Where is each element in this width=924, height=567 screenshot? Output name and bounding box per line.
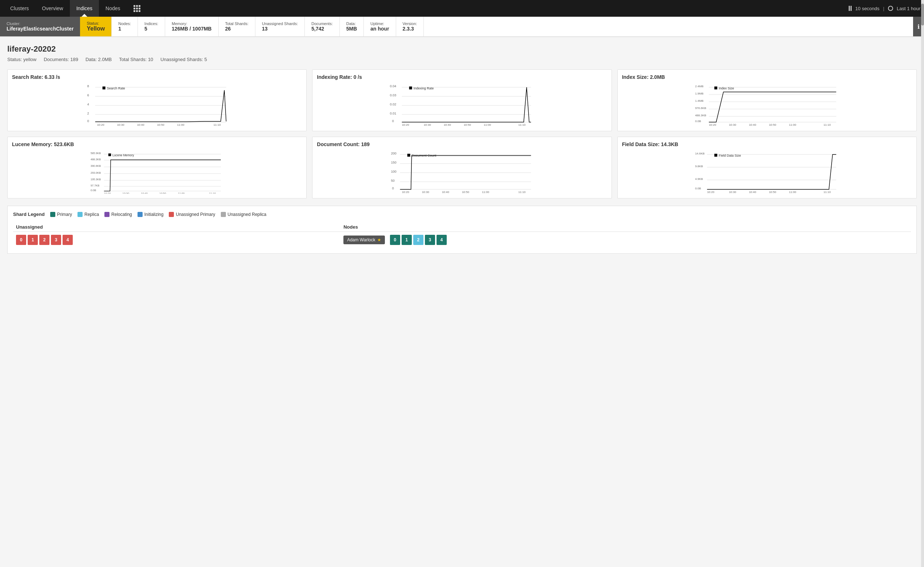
- col-nodes-header: Nodes: [340, 222, 911, 232]
- status-value: Yellow: [87, 26, 105, 32]
- svg-text:200: 200: [391, 152, 397, 155]
- svg-text:11:10: 11:10: [823, 123, 831, 126]
- svg-text:976.6KB: 976.6KB: [695, 106, 706, 110]
- svg-text:10:30: 10:30: [117, 123, 125, 126]
- nav-grid[interactable]: [127, 0, 147, 17]
- shard-box-primary-1[interactable]: 1: [402, 235, 412, 245]
- chart-indexing-rate-title: Indexing Rate: 0 /s: [317, 74, 607, 80]
- shard-box-unassigned-0[interactable]: 0: [16, 235, 26, 245]
- shard-box-unassigned-2[interactable]: 2: [39, 235, 50, 245]
- svg-text:4.9KB: 4.9KB: [695, 177, 703, 181]
- status-bar: Cluster: LiferayElasticsearchCluster Sta…: [0, 17, 924, 37]
- svg-text:2: 2: [87, 112, 89, 115]
- legend-unassigned-primary: Unassigned Primary: [169, 212, 215, 217]
- index-unassigned-shards: Unassigned Shards: 5: [160, 57, 207, 62]
- svg-text:10:40: 10:40: [141, 192, 147, 194]
- svg-text:150: 150: [391, 160, 397, 164]
- chart-lucene-memory-svg: 585.9KB 488.3KB 390.6KB 293.0KB 195.3KB …: [12, 150, 302, 194]
- legend-unassigned-replica: Unassigned Replica: [221, 212, 266, 217]
- memory-label: Memory:: [172, 21, 212, 26]
- svg-text:0.0B: 0.0B: [90, 189, 96, 192]
- nav-right: 10 seconds | Last 1 hour: [849, 6, 920, 11]
- total-shards-value: 26: [225, 26, 248, 32]
- chart-document-count: Document Count: 189 200 150 100 50 0 Doc…: [312, 136, 611, 198]
- grid-icon: [134, 5, 140, 12]
- svg-rect-88: [408, 154, 410, 157]
- shard-box-primary-4[interactable]: 4: [436, 235, 447, 245]
- svg-text:0.02: 0.02: [390, 102, 397, 106]
- svg-text:10:50: 10:50: [462, 190, 470, 194]
- status-item-documents: Documents: 5,742: [305, 17, 340, 36]
- svg-text:8: 8: [87, 84, 89, 88]
- cluster-name: LiferayElasticsearchCluster: [6, 26, 74, 32]
- chart-document-count-title: Document Count: 189: [317, 141, 607, 147]
- nav-clusters-label: Clusters: [10, 6, 29, 11]
- nav-indices[interactable]: Indices: [70, 0, 99, 17]
- status-label: Status:: [87, 21, 105, 26]
- chart-document-count-svg: 200 150 100 50 0 Document Count 10:20 10…: [317, 150, 607, 194]
- svg-rect-28: [409, 87, 412, 89]
- svg-text:0.0B: 0.0B: [695, 187, 701, 190]
- chart-lucene-memory: Lucene Memory: 523.6KB 585.9KB 488.3KB 3…: [7, 136, 307, 198]
- nodes-value: 1: [118, 26, 131, 32]
- svg-text:0: 0: [392, 119, 394, 123]
- nav-overview[interactable]: Overview: [35, 0, 69, 17]
- status-item-data: Data: 5MB: [340, 17, 364, 36]
- svg-text:10:30: 10:30: [728, 190, 736, 194]
- svg-rect-70: [108, 153, 111, 156]
- charts-grid: Search Rate: 6.33 /s 8 6 4 2 0 Search Ra…: [7, 69, 917, 198]
- documents-value: 5,742: [312, 26, 333, 32]
- shard-table: Unassigned Nodes 0 1 2 3 4: [13, 222, 911, 248]
- chart-field-data-size-svg: 14.6KB 9.8KB 4.9KB 0.0B Field Data Size …: [622, 150, 912, 194]
- svg-text:10:30: 10:30: [424, 123, 432, 126]
- svg-text:2.4MB: 2.4MB: [695, 85, 703, 88]
- svg-text:6: 6: [87, 93, 89, 97]
- shard-box-unassigned-1[interactable]: 1: [28, 235, 38, 245]
- svg-text:293.0KB: 293.0KB: [90, 171, 101, 174]
- svg-text:Field Data Size: Field Data Size: [718, 154, 740, 158]
- shard-box-primary-3[interactable]: 3: [425, 235, 435, 245]
- svg-rect-10: [102, 87, 105, 89]
- nav-nodes[interactable]: Nodes: [99, 0, 126, 17]
- svg-text:Indexing Rate: Indexing Rate: [414, 87, 434, 90]
- svg-text:11:00: 11:00: [484, 123, 492, 126]
- svg-rect-48: [714, 87, 717, 89]
- status-item-nodes: Nodes: 1: [112, 17, 138, 36]
- svg-text:Lucene Memory: Lucene Memory: [113, 153, 134, 157]
- svg-text:0.03: 0.03: [390, 93, 397, 97]
- svg-text:10:20: 10:20: [104, 192, 111, 194]
- svg-text:195.3KB: 195.3KB: [90, 178, 101, 181]
- uptime-label: Uptime:: [370, 21, 389, 26]
- legend-replica: Replica: [77, 212, 99, 217]
- status-item-version: Version: 2.3.3: [396, 17, 424, 36]
- chart-field-data-size: Field Data Size: 14.3KB 14.6KB 9.8KB 4.9…: [617, 136, 917, 198]
- time-range[interactable]: Last 1 hour: [897, 6, 920, 11]
- svg-text:10:40: 10:40: [444, 123, 451, 126]
- shard-box-primary-0[interactable]: 0: [390, 235, 400, 245]
- svg-text:390.6KB: 390.6KB: [90, 164, 101, 168]
- refresh-interval[interactable]: 10 seconds: [855, 6, 880, 11]
- svg-text:10:50: 10:50: [160, 192, 166, 194]
- svg-text:97.7KB: 97.7KB: [90, 184, 99, 187]
- unassigned-shard-boxes: 0 1 2 3 4: [16, 235, 338, 245]
- nav-clusters[interactable]: Clusters: [4, 0, 35, 17]
- svg-text:10:20: 10:20: [709, 123, 716, 126]
- shard-box-replica-2[interactable]: 2: [413, 235, 423, 245]
- shard-box-unassigned-4[interactable]: 4: [63, 235, 73, 245]
- node-name: Adam Warlock: [347, 237, 375, 242]
- shard-box-unassigned-3[interactable]: 3: [51, 235, 61, 245]
- svg-text:50: 50: [391, 179, 395, 183]
- legend-primary: Primary: [50, 212, 72, 217]
- node-shard-boxes: 0 1 2 3 4: [390, 235, 447, 245]
- svg-text:10:30: 10:30: [123, 192, 129, 194]
- chart-search-rate-title: Search Rate: 6.33 /s: [12, 74, 302, 80]
- memory-value: 126MB / 1007MB: [172, 26, 212, 32]
- scrollbar-track: [921, 0, 924, 261]
- pause-icon[interactable]: [849, 6, 852, 11]
- index-meta: Status: yellow Documents: 189 Data: 2.0M…: [7, 57, 917, 62]
- scrollbar-thumb[interactable]: [921, 4, 924, 26]
- svg-text:11:00: 11:00: [177, 123, 185, 126]
- data-value: 5MB: [346, 26, 357, 32]
- chart-index-size-area: 2.4MB 1.9MB 1.4MB 976.6KB 488.3KB 0.0B I…: [622, 83, 912, 126]
- svg-text:10:50: 10:50: [769, 190, 776, 194]
